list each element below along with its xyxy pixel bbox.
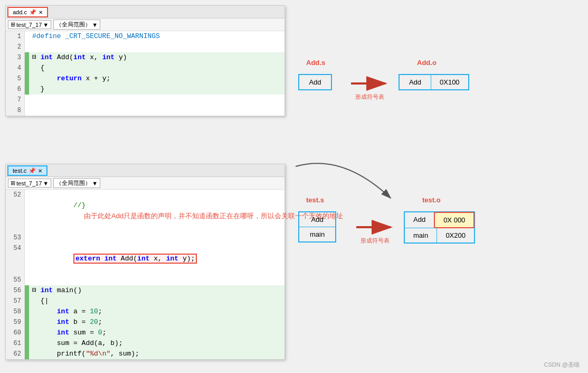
right-arrow-svg-bottom bbox=[354, 217, 396, 238]
add-c-tab[interactable]: add.c 📌 ✕ bbox=[8, 7, 48, 17]
line-num-59: 59 bbox=[6, 317, 25, 328]
line-num-56: 56 bbox=[6, 285, 25, 296]
form-symbol-label-top: 形成符号表 bbox=[355, 93, 384, 101]
line-indicator-60 bbox=[25, 328, 29, 338]
code-line-60: int sum = 0; bbox=[29, 328, 284, 338]
top-diagram: Add.s Add.o Add 形成符号表 bbox=[296, 5, 581, 153]
scope-icon-top: ⊞ bbox=[11, 21, 15, 28]
line-indicator-6 bbox=[25, 84, 29, 95]
line-num-7: 7 bbox=[6, 95, 25, 105]
toolbar-item1-top: test_7_17 bbox=[16, 22, 42, 28]
code-row-55: 55 bbox=[6, 275, 284, 285]
line-indicator-8 bbox=[25, 105, 29, 116]
close-icon-top[interactable]: ✕ bbox=[39, 10, 43, 15]
code-row-62: 62 printf("%d\n", sum); bbox=[6, 349, 284, 359]
add-s-cell: Add bbox=[299, 75, 331, 89]
editor-titlebar-top: add.c 📌 ✕ bbox=[6, 6, 284, 18]
add-s-label: Add.s bbox=[306, 58, 325, 68]
csdn-watermark: CSDN @圣喵 bbox=[544, 361, 580, 369]
line-indicator-55 bbox=[25, 275, 29, 285]
line-indicator-57 bbox=[25, 296, 29, 306]
test-s-row1: Add bbox=[299, 212, 335, 227]
close-icon-bottom[interactable]: ✕ bbox=[38, 168, 42, 174]
curved-arrow-svg bbox=[248, 148, 406, 211]
code-row-1: 1 #define _CRT_SECURE_NO_WARNINGS bbox=[6, 31, 284, 42]
line-num-58: 58 bbox=[6, 306, 25, 317]
test-s-row2: main bbox=[299, 227, 335, 241]
pin-icon-bottom: 📌 bbox=[29, 167, 36, 174]
test-o-symbol-table: Add 0X 000 main 0X200 bbox=[404, 211, 475, 244]
bottom-diagram: test.s test.o Add main 形成符号表 bbox=[296, 164, 581, 365]
line-indicator-3 bbox=[25, 52, 29, 63]
code-line-1: #define _CRT_SECURE_NO_WARNINGS bbox=[29, 31, 284, 42]
line-indicator-59 bbox=[25, 317, 29, 328]
test-o-label: test.o bbox=[422, 195, 441, 205]
add-o-symbol-table: Add 0X100 bbox=[399, 74, 469, 90]
add-s-table: Add bbox=[298, 74, 332, 90]
test-c-tab[interactable]: test.c 📌 ✕ bbox=[8, 166, 47, 175]
dropdown-arrow-top: ▼ bbox=[43, 22, 49, 28]
line-indicator-53 bbox=[25, 232, 29, 243]
add-o-cell2: 0X100 bbox=[431, 75, 468, 89]
editor-toolbar-top: ⊞ test_7_17 ▼ （全局范围） ▼ bbox=[6, 18, 284, 31]
line-num-2: 2 bbox=[6, 42, 25, 52]
code-row-52: 52 //} 由于此处Add只是函数的声明，并不知道函数正在在哪呀，所以会关联一… bbox=[6, 190, 284, 232]
line-num-62: 62 bbox=[6, 349, 25, 359]
code-line-5: return x + y; bbox=[29, 73, 284, 84]
code-row-59: 59 int b = 20; bbox=[6, 317, 284, 328]
dropdown-arrow-bottom: ▼ bbox=[43, 180, 49, 186]
line-num-4: 4 bbox=[6, 63, 25, 73]
bottom-arrow-container: 形成符号表 bbox=[354, 217, 396, 245]
add-o-cell1: Add bbox=[400, 75, 431, 89]
line-indicator-58 bbox=[25, 306, 29, 317]
line-indicator-61 bbox=[25, 338, 29, 349]
scope-dropdown-top[interactable]: ⊞ test_7_17 ▼ bbox=[8, 20, 51, 29]
test-o-row2-col1: main bbox=[405, 228, 437, 243]
line-num-54: 54 bbox=[6, 243, 25, 275]
line-num-5: 5 bbox=[6, 73, 25, 84]
line-indicator-7 bbox=[25, 95, 29, 105]
page-container: add.c 📌 ✕ ⊞ test_7_17 ▼ （全局范围） ▼ 1 #defi… bbox=[0, 0, 588, 373]
line-num-6: 6 bbox=[6, 84, 25, 95]
line-num-8: 8 bbox=[6, 105, 25, 116]
add-s-symbol-table: Add bbox=[298, 74, 332, 90]
test-o-row1-col1: Add bbox=[405, 212, 434, 228]
code-row-60: 60 int sum = 0; bbox=[6, 328, 284, 338]
line-num-53: 53 bbox=[6, 232, 25, 243]
global-dropdown-top[interactable]: （全局范围） ▼ bbox=[53, 20, 100, 30]
pin-icon: 📌 bbox=[29, 9, 36, 16]
code-line-62: printf("%d\n", sum); bbox=[29, 349, 284, 359]
line-num-55: 55 bbox=[6, 275, 25, 285]
code-row-5: 5 return x + y; bbox=[6, 73, 284, 84]
test-s-table: Add main bbox=[298, 211, 336, 243]
code-line-7 bbox=[29, 95, 284, 105]
test-o-row2-col2: 0X200 bbox=[437, 228, 474, 243]
dropdown-arrow2-bottom: ▼ bbox=[92, 180, 98, 186]
code-line-4: { bbox=[29, 63, 284, 73]
test-o-row1: Add 0X 000 bbox=[405, 212, 474, 228]
line-indicator-54 bbox=[25, 243, 29, 275]
scope-dropdown-bottom[interactable]: ⊞ test_7_17 ▼ bbox=[8, 179, 51, 188]
line-indicator-5 bbox=[25, 73, 29, 84]
code-row-57: 57 {| bbox=[6, 296, 284, 306]
code-line-53 bbox=[29, 232, 284, 243]
global-dropdown-bottom[interactable]: （全局范围） ▼ bbox=[53, 178, 100, 188]
editor-titlebar-bottom: test.c 📌 ✕ bbox=[6, 164, 284, 177]
code-row-3: 3 ⊟ int Add(int x, int y) bbox=[6, 52, 284, 63]
line-indicator-2 bbox=[25, 42, 29, 52]
code-line-54: extern int Add(int x, int y); bbox=[29, 243, 284, 275]
test-c-tab-label: test.c bbox=[13, 167, 26, 174]
line-indicator-56 bbox=[25, 285, 29, 296]
code-line-57: {| bbox=[29, 296, 284, 306]
line-num-60: 60 bbox=[6, 328, 25, 338]
add-o-table: Add 0X100 bbox=[399, 74, 469, 90]
add-c-editor: add.c 📌 ✕ ⊞ test_7_17 ▼ （全局范围） ▼ 1 #defi… bbox=[5, 5, 285, 116]
form-symbol-label-bottom: 形成符号表 bbox=[361, 237, 390, 245]
line-num-57: 57 bbox=[6, 296, 25, 306]
code-row-61: 61 sum = Add(a, b); bbox=[6, 338, 284, 349]
line-indicator-62 bbox=[25, 349, 29, 359]
line-num-61: 61 bbox=[6, 338, 25, 349]
test-o-row1-col2: 0X 000 bbox=[434, 212, 475, 228]
code-row-54: 54 extern int Add(int x, int y); bbox=[6, 243, 284, 275]
code-line-6: } bbox=[29, 84, 284, 95]
